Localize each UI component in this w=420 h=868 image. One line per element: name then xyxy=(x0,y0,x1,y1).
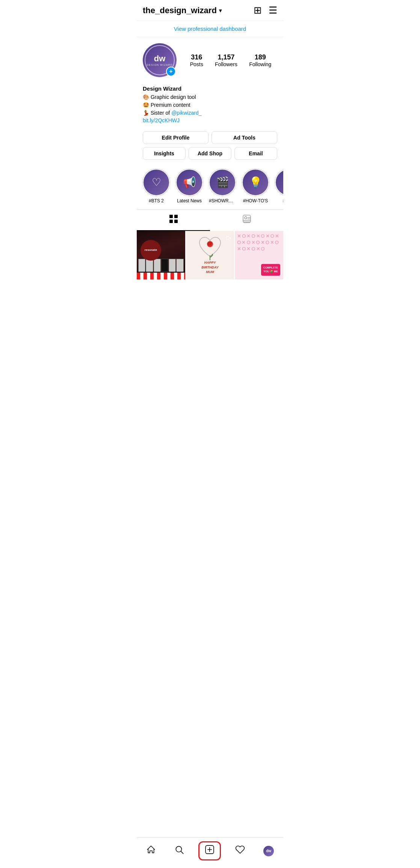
mention-pikwizard[interactable]: @pikwizard_ xyxy=(171,110,201,116)
post-item-1[interactable]: resonate xyxy=(137,231,185,279)
post-bg-1: resonate xyxy=(137,231,185,279)
highlight-circle-howtos: 💡 xyxy=(242,169,269,196)
birthday-text: HAPPYBIRTHDAYMUM xyxy=(201,260,219,275)
add-story-button[interactable]: + xyxy=(166,67,176,76)
post-item-3[interactable]: ✕ O ✕ O ✕ O ✕ O ✕ O ✕ O ✕ O ✕ O ✕ O ✕ O xyxy=(235,231,283,279)
svg-point-5 xyxy=(245,217,247,219)
ad-tools-button[interactable]: Ad Tools xyxy=(212,131,277,144)
profile-link[interactable]: bit.ly/2QcKHWJ xyxy=(143,117,180,123)
add-post-icon[interactable]: ⊞ xyxy=(254,5,262,16)
highlight-label-bt5: #BT... xyxy=(283,198,283,203)
following-stat[interactable]: 189 Following xyxy=(249,53,271,67)
profile-section: dw DESIGN WIZARD + 316 Posts 1,157 Follo… xyxy=(137,37,283,85)
profile-top: dw DESIGN WIZARD + 316 Posts 1,157 Follo… xyxy=(143,43,277,77)
svg-point-12 xyxy=(208,243,212,246)
post-bg-3: ✕ O ✕ O ✕ O ✕ O ✕ O ✕ O ✕ O ✕ O ✕ O ✕ O xyxy=(235,231,283,279)
username-display[interactable]: the_design_wizard ▾ xyxy=(143,6,222,15)
video-play-icon: ▷ xyxy=(227,234,231,241)
bio-line-2: 🤩 Premium content xyxy=(143,101,277,109)
bio-section: Design Wizard 🎨 Graphic design tool 🤩 Pr… xyxy=(137,85,283,128)
avatar-wrapper: dw DESIGN WIZARD + xyxy=(143,43,177,77)
grid-icon xyxy=(169,214,178,226)
heart-icon: ♡ xyxy=(152,177,161,188)
posts-count: 316 xyxy=(191,53,202,61)
followers-label: Followers xyxy=(215,61,237,67)
highlight-label-news: Latest News xyxy=(177,198,202,203)
svg-rect-2 xyxy=(169,220,173,223)
highlight-label-bts2: #BTS 2 xyxy=(149,198,164,203)
stats-row: 316 Posts 1,157 Followers 189 Following xyxy=(184,53,277,67)
highlight-circle-bt5: ♡ xyxy=(275,169,283,196)
posts-grid: resonate xyxy=(137,231,283,279)
avatar-subtitle: DESIGN WIZARD xyxy=(147,64,172,66)
email-button[interactable]: Email xyxy=(234,147,277,160)
following-count: 189 xyxy=(255,53,266,61)
followers-count: 1,157 xyxy=(218,53,234,61)
dashboard-banner: View professional dashboard xyxy=(137,21,283,37)
button-row-2: Insights Add Shop Email xyxy=(143,147,277,160)
post-tabs xyxy=(137,209,283,231)
posts-label: Posts xyxy=(190,61,203,67)
bio-line-3: 💃 Sister of @pikwizard_ xyxy=(143,109,277,117)
svg-rect-1 xyxy=(174,215,178,218)
highlight-bts2[interactable]: ♡ #BTS 2 xyxy=(143,169,170,203)
followers-stat[interactable]: 1,157 Followers xyxy=(215,53,237,67)
insights-button[interactable]: Insights xyxy=(143,147,186,160)
highlight-circle-showreel: 🎬 xyxy=(209,169,236,196)
highlight-howtos[interactable]: 💡 #HOW-TO'S xyxy=(242,169,269,203)
app-header: the_design_wizard ▾ ⊞ ☰ xyxy=(137,0,283,21)
tab-tagged[interactable] xyxy=(210,210,283,231)
username-text: the_design_wizard xyxy=(143,6,217,15)
menu-icon[interactable]: ☰ xyxy=(269,5,277,16)
highlights-scroll: ♡ #BTS 2 📢 Latest News 🎬 #SHOWREEL 💡 #HO… xyxy=(143,169,277,203)
highlight-showreel[interactable]: 🎬 #SHOWREEL xyxy=(209,169,236,203)
film-icon: 🎬 xyxy=(216,177,229,188)
highlight-circle-news: 📢 xyxy=(176,169,203,196)
action-buttons: Edit Profile Ad Tools Insights Add Shop … xyxy=(137,128,283,163)
bulb-icon: 💡 xyxy=(249,177,262,188)
megaphone-icon: 📢 xyxy=(183,177,196,188)
post-bg-2: HAPPYBIRTHDAYMUM ▷ xyxy=(186,231,234,279)
button-row-1: Edit Profile Ad Tools xyxy=(143,131,277,144)
heart-rose-icon xyxy=(199,236,221,260)
post-item-2[interactable]: HAPPYBIRTHDAYMUM ▷ xyxy=(186,231,234,279)
highlight-label-showreel: #SHOWREEL xyxy=(209,198,236,203)
avatar-initials: dw xyxy=(154,55,166,63)
highlight-bt5[interactable]: ♡ #BT... xyxy=(275,169,283,203)
svg-rect-0 xyxy=(169,215,173,218)
view-dashboard-link[interactable]: View professional dashboard xyxy=(174,26,246,32)
chevron-down-icon: ▾ xyxy=(219,8,222,14)
puzzle-badge: COMPLETEYOU 🧩 ME xyxy=(261,264,280,276)
header-actions: ⊞ ☰ xyxy=(254,5,277,16)
posts-stat[interactable]: 316 Posts xyxy=(190,53,203,67)
display-name: Design Wizard xyxy=(143,85,277,92)
following-label: Following xyxy=(249,61,271,67)
highlight-latest-news[interactable]: 📢 Latest News xyxy=(176,169,203,203)
tagged-icon xyxy=(242,214,251,226)
highlight-circle-bts2: ♡ xyxy=(143,169,170,196)
bio-line-1: 🎨 Graphic design tool xyxy=(143,93,277,101)
svg-rect-3 xyxy=(174,220,178,223)
tab-grid[interactable] xyxy=(137,210,210,231)
highlights-section: ♡ #BTS 2 📢 Latest News 🎬 #SHOWREEL 💡 #HO… xyxy=(137,163,283,206)
add-shop-button[interactable]: Add Shop xyxy=(189,147,231,160)
edit-profile-button[interactable]: Edit Profile xyxy=(143,131,208,144)
highlight-label-howtos: #HOW-TO'S xyxy=(243,198,268,203)
